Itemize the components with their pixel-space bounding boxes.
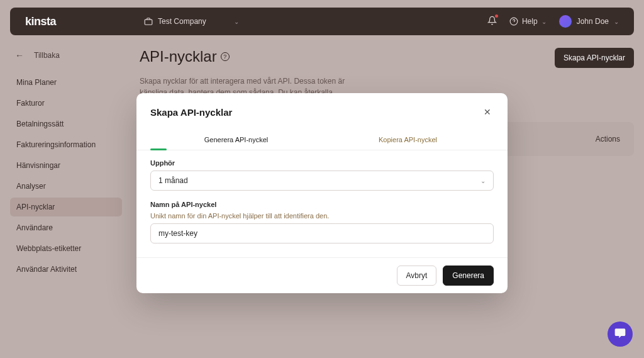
tab-generate-label: Generera API-nyckel	[204, 136, 269, 143]
create-api-key-modal: Skapa API-nycklar ✕ Generera API-nyckel …	[136, 93, 508, 293]
tab-generate[interactable]: Generera API-nyckel	[150, 131, 322, 150]
expires-select[interactable]: 1 månad ⌄	[150, 171, 494, 191]
expires-label: Upphör	[150, 159, 494, 167]
modal-title: Skapa API-nycklar	[150, 107, 232, 118]
generate-button[interactable]: Generera	[443, 266, 494, 286]
chevron-down-icon: ⌄	[480, 177, 486, 184]
close-icon[interactable]: ✕	[481, 104, 494, 120]
modal-overlay: Skapa API-nycklar ✕ Generera API-nyckel …	[0, 0, 644, 358]
tab-copy[interactable]: Kopiera API-nyckel	[322, 131, 494, 150]
tab-copy-label: Kopiera API-nyckel	[379, 136, 437, 143]
name-input[interactable]	[150, 223, 494, 243]
name-label: Namn på API-nyckel	[150, 201, 494, 208]
expires-value: 1 månad	[158, 176, 188, 185]
tab-indicator	[150, 148, 167, 150]
cancel-button[interactable]: Avbryt	[397, 266, 437, 286]
name-helper: Unikt namn för din API-nyckel hjälper ti…	[150, 212, 494, 220]
